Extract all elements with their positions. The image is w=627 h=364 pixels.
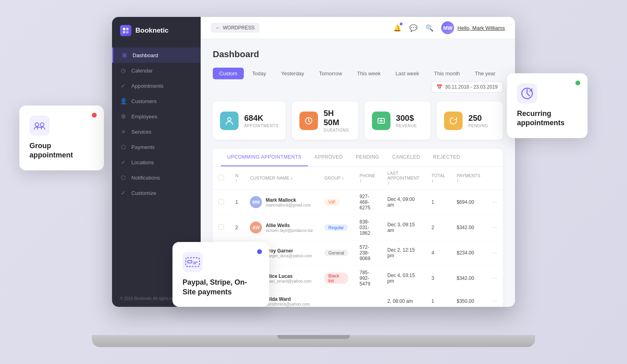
sidebar-item-label: Calendar (131, 68, 153, 74)
row-phone (354, 291, 382, 307)
sidebar-item-label: Employees (131, 114, 157, 120)
tab-last-week[interactable]: Last week (389, 68, 426, 79)
row-group: VIP (319, 190, 354, 215)
tab-yesterday[interactable]: Yesterday (275, 68, 311, 79)
date-range-picker[interactable]: 📅 30.11.2018 - 23.03.2019 (431, 81, 503, 93)
filter-tabs: Custom Today Yesterday Tomorrow This wee… (213, 68, 503, 93)
appointments-label: APPOINTMENTS (244, 124, 278, 128)
row-group: Regular (319, 215, 354, 240)
search-button[interactable]: 🔍 (425, 23, 434, 32)
row-payment: $234.00 (451, 240, 486, 266)
col-n[interactable]: N ↕ (230, 167, 244, 190)
sidebar-item-locations[interactable]: ✓ Locations (112, 155, 201, 170)
sidebar-item-payments[interactable]: ⬡ Payments (112, 139, 201, 155)
sidebar-item-customize[interactable]: ✓ Customize (112, 185, 201, 201)
tab-this-month[interactable]: This month (428, 68, 466, 79)
avatar: MW (441, 21, 454, 34)
svg-rect-1 (40, 123, 44, 126)
tab-custom[interactable]: Custom (213, 68, 244, 79)
tab-pending[interactable]: PENDING (349, 149, 386, 166)
col-total[interactable]: TOTAL ↕ (426, 167, 451, 190)
row-phone: 838-031-1862 (354, 215, 382, 240)
user-info[interactable]: MW Hello, Mark Williams (441, 21, 505, 34)
search-icon: 🔍 (426, 24, 434, 32)
row-group: General (319, 240, 354, 266)
row-payment: $350.00 (451, 291, 486, 307)
row-last-appointment: 2, 08:00 am (382, 291, 426, 307)
dashboard-icon: ⊞ (121, 52, 128, 58)
customers-icon: 👤 (120, 98, 127, 104)
row-total: 2 (426, 215, 451, 240)
wordpress-badge[interactable]: ← WORDPRESS (211, 23, 260, 33)
sidebar-item-dashboard[interactable]: ⊞ Dashboard (112, 48, 201, 63)
group-card-dot (92, 113, 97, 118)
tab-tomorrow[interactable]: Tomorrow (313, 68, 349, 79)
customer-email: schoen.faye@prolacce.biz (266, 228, 313, 233)
sidebar-item-customers[interactable]: 👤 Customers (112, 93, 201, 109)
tab-upcoming[interactable]: UPCOMMING APPOINTMENTS (221, 149, 308, 166)
row-n: 1 (230, 190, 244, 215)
pending-value: 250 (468, 114, 488, 123)
col-last-appointment[interactable]: LAST APPOINTMENT ↕ (382, 167, 426, 190)
sidebar-item-employees[interactable]: ⚙ Employees (112, 109, 201, 124)
more-options-button[interactable]: ··· (492, 275, 497, 281)
customer-name: Mark Mallock (266, 197, 311, 203)
row-select-checkbox[interactable] (218, 224, 224, 230)
col-actions (486, 167, 503, 190)
tab-the-year[interactable]: The year (468, 68, 502, 79)
row-total: 4 (426, 240, 451, 266)
tab-canceled[interactable]: CANCELED (386, 149, 426, 166)
employees-icon: ⚙ (120, 113, 127, 120)
calendar-icon: ◷ (120, 67, 127, 74)
notification-badge (400, 23, 403, 25)
table-tabs: UPCOMMING APPOINTMENTS APPROVED PENDING … (213, 149, 503, 167)
col-customer-name[interactable]: CUSTOMER NAME ↕ (244, 167, 318, 190)
svg-rect-5 (126, 31, 129, 33)
tab-approved[interactable]: APPROVED (308, 149, 349, 166)
row-last-appointment: Dec 4, 09:00 am (382, 190, 426, 215)
topbar: ← WORDPRESS 🔔 💬 🔍 (201, 17, 515, 39)
revenue-stat-icon (372, 112, 390, 130)
sidebar-item-label: Customers (131, 98, 157, 104)
select-all-checkbox[interactable] (218, 175, 224, 180)
stat-card-appointments: 684K APPOINTMENTS (213, 101, 286, 140)
notification-bell-button[interactable]: 🔔 (393, 23, 402, 32)
sidebar-item-label: Payments (131, 144, 155, 150)
svg-point-6 (228, 118, 231, 121)
row-phone: 785-992-5479 (354, 266, 382, 291)
durations-stat-info: 5H 50M DURATIONS (324, 109, 351, 132)
row-select-checkbox[interactable] (218, 199, 224, 205)
customer-info: Allie Wells schoen.faye@prolacce.biz (266, 223, 313, 233)
row-more: ··· (486, 291, 503, 307)
col-phone[interactable]: PHONE ↕ (354, 167, 382, 190)
tab-rejected[interactable]: REJECTED (427, 149, 467, 166)
laptop-base (92, 335, 535, 347)
customer-name: Troy Garner (266, 248, 312, 254)
group-card-icon (29, 116, 50, 136)
customer-info: Hilda Ward dorothminb@yahoo.com (266, 296, 309, 306)
col-payments[interactable]: PAYMENTS ↕ (451, 167, 486, 190)
sidebar-item-label: Dashboard (133, 52, 158, 58)
sidebar-item-calendar[interactable]: ◷ Calendar (112, 63, 201, 78)
row-last-appointment: Dec 3, 09:15 am (382, 215, 426, 240)
customer-email: markmallock@gmail.com (266, 203, 311, 207)
svg-rect-2 (123, 28, 125, 30)
tab-today[interactable]: Today (246, 68, 273, 79)
recurring-card-icon (517, 83, 537, 103)
sidebar-item-services[interactable]: ≡ Services (112, 124, 201, 139)
customer-name: Alice Lucas (266, 273, 311, 279)
svg-rect-3 (126, 28, 129, 30)
tab-this-week[interactable]: This week (351, 68, 387, 79)
floating-card-payments: Paypal, Stripe, On-Site payments (172, 242, 269, 307)
more-options-button[interactable]: ··· (492, 199, 497, 205)
logo-icon (120, 25, 131, 36)
col-group[interactable]: GROUP ↕ (319, 167, 354, 190)
recurring-card-dot (575, 81, 580, 85)
more-options-button[interactable]: ··· (492, 249, 497, 256)
more-options-button[interactable]: ··· (492, 298, 497, 304)
customer-avatar: MM (250, 196, 262, 208)
chat-button[interactable]: 💬 (409, 23, 418, 32)
sidebar-item-appointments[interactable]: ✓ Appointments (112, 78, 201, 93)
more-options-button[interactable]: ··· (492, 224, 497, 231)
sidebar-item-notifications[interactable]: ⬡ Notifications (112, 170, 201, 185)
